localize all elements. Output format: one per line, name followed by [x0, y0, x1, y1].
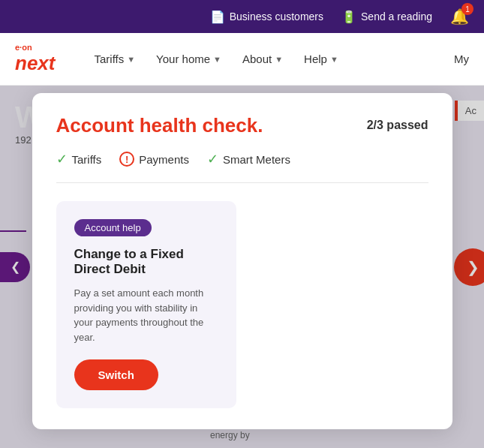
- health-card: Account help Change to a Fixed Direct De…: [56, 201, 236, 408]
- nav-items: Tariffs ▼ Your home ▼ About ▼ Help ▼: [85, 47, 347, 71]
- nav-item-tariffs[interactable]: Tariffs ▼: [85, 47, 144, 71]
- business-customers-label: Business customers: [230, 11, 323, 23]
- send-reading-label: Send a reading: [361, 11, 432, 23]
- card-title: Change to a Fixed Direct Debit: [74, 247, 218, 277]
- about-chevron-icon: ▼: [275, 55, 283, 64]
- notification-bell[interactable]: 🔔 1: [450, 8, 469, 26]
- business-customers-link[interactable]: 📄 Business customers: [210, 10, 323, 24]
- page-background: Wo 192 G Ac ❮ t paym payme ment is s aft…: [0, 86, 484, 448]
- nav-item-about[interactable]: About ▼: [233, 47, 292, 71]
- meter-icon: 🔋: [341, 10, 356, 24]
- check-smart-meters-label: Smart Meters: [223, 153, 290, 166]
- top-bar: 📄 Business customers 🔋 Send a reading 🔔 …: [0, 0, 484, 33]
- about-label: About: [242, 53, 272, 65]
- help-chevron-icon: ▼: [330, 55, 338, 64]
- nav-item-help[interactable]: Help ▼: [295, 47, 347, 71]
- card-description: Pay a set amount each month providing yo…: [74, 286, 218, 344]
- modal-checks: ✓ Tariffs ! Payments ✓ Smart Meters: [56, 151, 428, 183]
- check-payments: ! Payments: [119, 151, 189, 167]
- modal-overlay: Account health check. 2/3 passed ✓ Tarif…: [0, 86, 484, 448]
- logo-next-text: next: [15, 52, 55, 75]
- check-smart-meters: ✓ Smart Meters: [207, 151, 290, 167]
- nav-bar: e·on next Tariffs ▼ Your home ▼ About ▼ …: [0, 33, 484, 86]
- your-home-label: Your home: [156, 53, 210, 65]
- check-smart-meters-icon: ✓: [207, 151, 218, 167]
- check-payments-icon: !: [119, 152, 134, 167]
- briefcase-icon: 📄: [210, 10, 225, 24]
- modal-title: Account health check.: [56, 114, 263, 137]
- switch-button[interactable]: Switch: [74, 359, 158, 390]
- nav-item-your-home[interactable]: Your home ▼: [147, 47, 230, 71]
- check-tariffs-icon: ✓: [56, 151, 68, 167]
- health-check-modal: Account health check. 2/3 passed ✓ Tarif…: [32, 93, 452, 429]
- send-reading-link[interactable]: 🔋 Send a reading: [341, 10, 432, 24]
- modal-header: Account health check. 2/3 passed: [56, 114, 428, 137]
- nav-my-account[interactable]: My: [454, 53, 469, 65]
- check-payments-label: Payments: [139, 153, 189, 166]
- check-tariffs: ✓ Tariffs: [56, 151, 102, 167]
- tariffs-chevron-icon: ▼: [127, 55, 135, 64]
- account-help-badge: Account help: [74, 219, 152, 236]
- help-label: Help: [304, 53, 327, 65]
- modal-passed: 2/3 passed: [367, 119, 428, 132]
- your-home-chevron-icon: ▼: [213, 55, 221, 64]
- notification-badge: 1: [461, 3, 473, 15]
- logo[interactable]: e·on next: [15, 43, 55, 75]
- check-tariffs-label: Tariffs: [72, 153, 102, 166]
- logo-eon-text: e·on: [15, 43, 55, 52]
- tariffs-label: Tariffs: [94, 53, 124, 65]
